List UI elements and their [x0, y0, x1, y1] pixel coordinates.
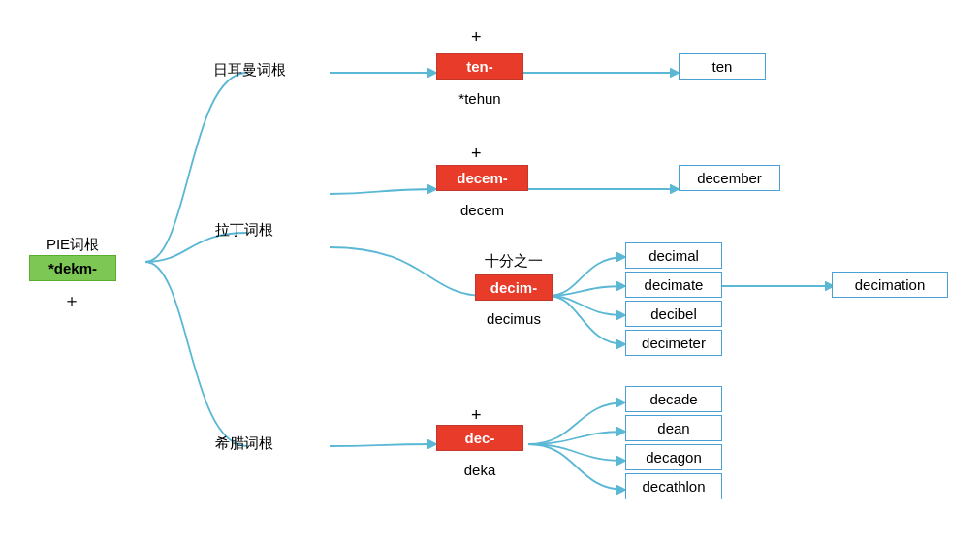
- pie-root-sublabel: *dekm-: [48, 260, 97, 276]
- decim-root-sublabel: decimus: [475, 310, 553, 327]
- december-word-box: december: [679, 165, 780, 191]
- decimation-word-box: decimation: [832, 272, 948, 298]
- decim-top-label: 十分之一: [475, 252, 553, 271]
- decem-root-sublabel: decem: [436, 202, 528, 218]
- decimeter-word-box: decimeter: [625, 330, 722, 356]
- dean-word-box: dean: [625, 415, 722, 441]
- decade-word-box: decade: [625, 386, 722, 412]
- decagon-word-box: decagon: [625, 444, 722, 470]
- decimate-word-box: decimate: [625, 272, 722, 298]
- decim-root-label: decim-: [490, 279, 537, 296]
- germanic-label: 日耳曼词根: [213, 61, 286, 80]
- ten-root-box: ten-: [436, 53, 523, 80]
- pie-root-label: PIE词根: [29, 236, 116, 254]
- greek-label: 希腊词根: [215, 434, 273, 453]
- pie-root-plus: ＋: [63, 289, 80, 312]
- ten-root-label: ten-: [466, 58, 493, 75]
- decem-root-label: decem-: [457, 170, 508, 186]
- dec-plus: +: [471, 405, 482, 426]
- decem-root-box: decem-: [436, 165, 528, 191]
- ten-word-box: ten: [679, 53, 766, 80]
- decim-root-box: decim-: [475, 274, 553, 301]
- ten-root-sublabel: *tehun: [436, 90, 523, 107]
- decem-plus: +: [471, 144, 482, 164]
- latin-label: 拉丁词根: [215, 221, 273, 240]
- dec-root-sublabel: deka: [436, 462, 523, 478]
- dec-root-label: dec-: [465, 430, 495, 446]
- ten-plus: +: [471, 27, 482, 48]
- decathlon-word-box: decathlon: [625, 473, 722, 499]
- pie-root-box: *dekm-: [29, 255, 116, 281]
- decibel-word-box: decibel: [625, 301, 722, 327]
- dec-root-box: dec-: [436, 425, 523, 451]
- decimal-word-box: decimal: [625, 242, 722, 269]
- pie-root-text: PIE词根: [29, 236, 116, 254]
